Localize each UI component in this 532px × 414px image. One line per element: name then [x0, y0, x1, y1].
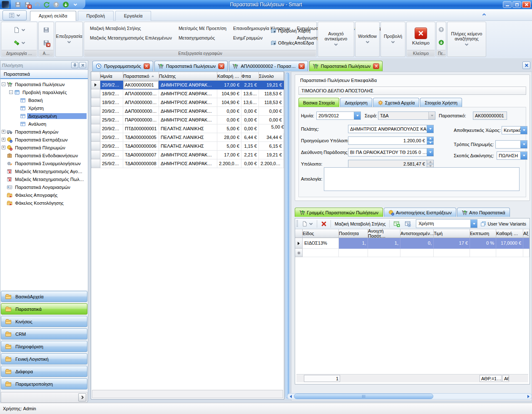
header-row-selector[interactable]: [91, 72, 100, 81]
cell-total[interactable]: 19,21 €: [259, 151, 284, 159]
tab-close-icon[interactable]: [298, 63, 305, 69]
row-selector[interactable]: [91, 133, 100, 142]
nav-customization[interactable]: Παραμετροποίηση: [1, 378, 87, 389]
date-field[interactable]: 20/9/2012: [316, 112, 361, 120]
column-header-date[interactable]: Ημνία: [100, 72, 123, 81]
cell-customer[interactable]: ΔΗΜΗΤΡΙΟΣ ΑΝΘΡΑΚΟΠ…: [159, 107, 217, 116]
expand-icon[interactable]: +: [2, 146, 5, 149]
move-up-button[interactable]: [52, 1, 60, 8]
chevron-down-icon[interactable]: [354, 112, 360, 119]
scroll-left-icon[interactable]: [288, 394, 294, 399]
tab-close-icon[interactable]: [218, 63, 224, 69]
cell-price[interactable]: [434, 249, 470, 257]
column-header-net[interactable]: Καθαρή …: [217, 72, 241, 81]
cell-open-qty[interactable]: [368, 249, 400, 257]
new-document-button[interactable]: [12, 26, 27, 34]
header-row-selector[interactable]: [295, 229, 303, 238]
column-header-matched[interactable]: Αντιστοιχισμέν…: [400, 229, 434, 238]
close-document-button[interactable]: Κλείσιμο: [408, 23, 434, 50]
row-selector[interactable]: [91, 89, 100, 98]
column-header-total[interactable]: Σύνολο: [259, 72, 284, 81]
cell-date[interactable]: 25/9/2012: [100, 159, 123, 168]
column-header-item[interactable]: Είδος: [303, 229, 339, 238]
table-row[interactable]: 20/9/2012 ΑΚ000000001 ΔΗΜΗΤΡΙΟΣ ΑΝΘΡΑΚΟΠ…: [91, 81, 284, 89]
nav-information[interactable]: Πληροφόριση: [1, 341, 87, 352]
nav-basic-files[interactable]: ΒασικάΑρχεία: [1, 291, 87, 302]
payment-field[interactable]: [495, 140, 527, 149]
reason-textarea[interactable]: [324, 167, 520, 191]
new-row[interactable]: [295, 249, 530, 257]
column-header-net[interactable]: Καθαρή …: [496, 229, 523, 238]
nav-down-button[interactable]: [438, 40, 444, 46]
tab-management[interactable]: Διαχείρηση: [340, 98, 372, 107]
scroll-right-icon[interactable]: [525, 394, 532, 399]
table-row[interactable]: ΕΙΔΟΣ13% 1, 1, 0, 17 € 0 % 17,0000 €: [295, 238, 530, 249]
cell-date[interactable]: 20/9/2012: [100, 81, 123, 89]
cell-net[interactable]: 28,00 €: [217, 133, 241, 142]
cell-doc[interactable]: ΑΚ000000001: [123, 81, 159, 89]
ribbon-collapse-icon[interactable]: [482, 12, 486, 17]
cell-vat[interactable]: 0,00 €: [241, 159, 259, 168]
cell-customer[interactable]: ΔΗΜΗΤΡΙΟΣ ΑΝΘΡΑΚΟΠ…: [159, 116, 217, 124]
tree-item-basic[interactable]: Βασική: [0, 96, 88, 104]
cell-item[interactable]: ΕΙΔΟΣ13%: [303, 238, 339, 249]
cell-vat[interactable]: 13,6…: [241, 98, 259, 107]
cell-total[interactable]: 0,00 €: [259, 116, 284, 124]
pin-icon[interactable]: [71, 62, 78, 68]
table-row[interactable]: 25/9/2012 ΠΑΡ000000001 ΔΗΜΗΤΡΙΟΣ ΑΝΘΡΑΚΟ…: [91, 116, 284, 124]
tree-item-inventory-folder[interactable]: Φάκελος Απογραφής: [0, 191, 88, 199]
cell-total[interactable]: 34,44 €: [259, 133, 284, 142]
cell-net[interactable]: 2.200,00 €: [217, 159, 241, 168]
preview-grid-button[interactable]: [403, 220, 413, 228]
cell-total[interactable]: 0,00 €: [259, 107, 284, 116]
nav-documents[interactable]: Παραστατικά: [1, 303, 87, 315]
cell-doc[interactable]: ΤΔΑ000000005: [123, 133, 159, 142]
restore-button[interactable]: [512, 1, 521, 8]
collapse-icon[interactable]: -: [2, 82, 5, 86]
cell-doc[interactable]: ΠΑΡ000000001: [123, 116, 159, 124]
cell-qty[interactable]: [339, 249, 368, 257]
tree-item-account-docs[interactable]: Παραστατικά Λογαριασμών: [0, 183, 88, 191]
column-header-qty[interactable]: Ποσότητα: [339, 229, 368, 238]
cell-customer[interactable]: ΔΗΜΗΤΡΙΟΣ ΑΝΘΡΑΚΟΠ…: [159, 89, 217, 98]
cell-net[interactable]: 5,00 €: [217, 142, 241, 151]
cell-date[interactable]: 20/9/2012: [100, 142, 123, 151]
new-multi-button[interactable]: [12, 39, 27, 47]
export-grid-button[interactable]: [392, 220, 402, 228]
save-close-record-button[interactable]: [41, 39, 51, 47]
cell-net[interactable]: 104,90 €: [217, 89, 241, 98]
cell-net[interactable]: 17,00 €: [217, 81, 241, 89]
tab-user-info[interactable]: Στοιχεία Χρήστη: [420, 98, 462, 107]
tab-close-icon[interactable]: [373, 63, 379, 69]
save-record-button[interactable]: [41, 26, 51, 34]
tab-basic-info[interactable]: Βασικα Στοιχεία: [298, 98, 339, 107]
column-header-customer[interactable]: Πελάτης: [159, 72, 217, 81]
cell-total[interactable]: 19,21 €: [259, 81, 284, 89]
table-row[interactable]: 20/9/2012 ΤΔΑ000000005 ΠΕΛΑΤΗΣ ΛΙΑΝΙΚΗΣ …: [91, 133, 284, 142]
tree-item-separated[interactable]: Διαχωρισμένη: [0, 112, 88, 120]
view-button[interactable]: Προβολή: [382, 23, 404, 55]
tab-related-files[interactable]: Σχετικά Αρχεία: [373, 98, 420, 107]
cell-doc[interactable]: ΤΔΑ000000007: [123, 151, 159, 159]
cell-date[interactable]: 18/9/2012: [100, 98, 123, 107]
tree-item-analysis[interactable]: Ανάλυση: [0, 120, 88, 128]
tab-receipt-matching[interactable]: Αντιστοιχήσεις Εισπράξεων: [384, 208, 456, 217]
cell-net[interactable]: 5,00 €: [217, 124, 241, 133]
cell-vat[interactable]: 0,00 €: [241, 116, 259, 124]
cell-net[interactable]: 0,00 €: [217, 116, 241, 124]
tab-home[interactable]: Αρχική σελίδα: [30, 11, 76, 21]
table-row[interactable]: 18/9/2012 ΑΠΛ000000002 ΔΗΜΗΤΡΙΟΣ ΑΝΘΡΑΚΟ…: [91, 98, 284, 107]
doc-tab-sales-docs[interactable]: Παραστατικά Πωλήσεων: [154, 61, 228, 71]
cell-vat[interactable]: 2,21 €: [241, 81, 259, 89]
cell-vat[interactable]: 2,21 €: [241, 151, 259, 159]
address-field[interactable]: ΒΙ ΠΑ ΩΡΑΙΟΚΑΣΤΡΟΥ ΤΘ 2105 0 …: [348, 148, 434, 156]
row-selector[interactable]: [91, 98, 100, 107]
cell-vat[interactable]: 13,6…: [241, 89, 259, 98]
new-line-button[interactable]: [300, 220, 315, 228]
tree-item-view-variants[interactable]: -Προβολή παραλλαγές: [0, 88, 88, 96]
cell-open-qty[interactable]: 1,: [368, 238, 400, 249]
cell-date[interactable]: 20/9/2012: [100, 124, 123, 133]
bulk-column-change-button[interactable]: Μαζική Μεταβολή Στήλης: [87, 24, 175, 33]
row-selector[interactable]: [91, 159, 100, 168]
map-view-button[interactable]: Προβολή Χάρτη: [269, 28, 316, 34]
